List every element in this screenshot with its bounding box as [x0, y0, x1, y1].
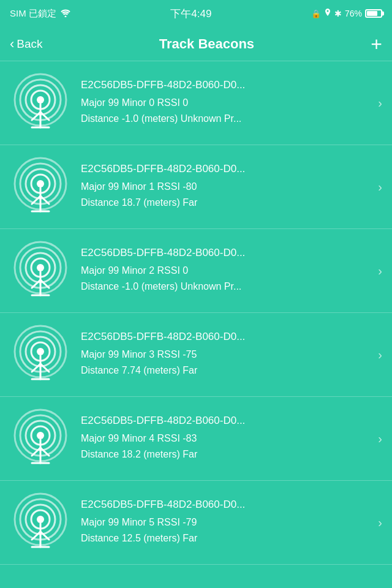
beacon-details-row1: Major 99 Minor 0 RSSI 0 [81, 95, 373, 111]
chevron-right-icon: › [378, 516, 382, 530]
beacon-icon [10, 72, 71, 134]
back-chevron-icon: ‹ [10, 36, 14, 52]
beacon-details-row1: Major 99 Minor 2 RSSI 0 [81, 263, 373, 279]
svg-point-0 [64, 15, 66, 17]
bluetooth-icon: ✱ [334, 9, 342, 18]
beacon-icon [10, 156, 71, 217]
beacon-details-row2: Distance -1.0 (meters) Unknown Pr... [81, 111, 373, 127]
back-button[interactable]: ‹ Back [10, 36, 43, 52]
beacon-list: E2C56DB5-DFFB-48D2-B060-D0...Major 99 Mi… [0, 61, 392, 588]
list-item[interactable]: E2C56DB5-DFFB-48D2-B060-D0...Major 99 Mi… [0, 481, 392, 565]
list-item[interactable]: E2C56DB5-DFFB-48D2-B060-D0...Major 99 Mi… [0, 397, 392, 481]
beacon-info: E2C56DB5-DFFB-48D2-B060-D0...Major 99 Mi… [81, 79, 373, 126]
beacon-icon [10, 240, 71, 301]
battery-icon [365, 9, 382, 18]
svg-point-32 [37, 348, 44, 355]
chevron-right-icon: › [378, 432, 382, 446]
wifi-icon [60, 9, 71, 19]
svg-point-14 [37, 180, 44, 187]
beacon-details-row2: Distance 12.5 (meters) Far [81, 530, 373, 546]
location-icon [324, 9, 331, 19]
status-left: SIM 已鎖定 [10, 8, 71, 20]
beacon-uuid: E2C56DB5-DFFB-48D2-B060-D0... [81, 247, 373, 259]
beacon-details-row2: Distance 7.74 (meters) Far [81, 363, 373, 379]
svg-point-5 [37, 96, 44, 104]
beacon-uuid: E2C56DB5-DFFB-48D2-B060-D0... [81, 331, 373, 343]
chevron-right-icon: › [378, 264, 382, 278]
beacon-details-row1: Major 99 Minor 5 RSSI -79 [81, 514, 373, 530]
status-bar: SIM 已鎖定 下午4:49 🔒 ✱ 76% [0, 0, 392, 27]
list-item[interactable]: E2C56DB5-DFFB-48D2-B060-D0...Major 99 Mi… [0, 229, 392, 313]
svg-point-41 [37, 432, 44, 439]
chevron-right-icon: › [378, 180, 382, 194]
beacon-details-row1: Major 99 Minor 1 RSSI -80 [81, 179, 373, 195]
svg-point-23 [37, 264, 44, 271]
nav-bar: ‹ Back Track Beacons + [0, 27, 392, 61]
beacon-info: E2C56DB5-DFFB-48D2-B060-D0...Major 99 Mi… [81, 415, 373, 462]
add-button[interactable]: + [371, 34, 382, 54]
list-item[interactable]: E2C56DB5-DFFB-48D2-B060-D0...Major 99 Mi… [0, 61, 392, 145]
chevron-right-icon: › [378, 348, 382, 362]
beacon-icon [10, 324, 71, 385]
status-time: 下午4:49 [170, 7, 211, 21]
svg-point-50 [37, 516, 44, 523]
beacon-details-row2: Distance -1.0 (meters) Unknown Pr... [81, 279, 373, 295]
beacon-uuid: E2C56DB5-DFFB-48D2-B060-D0... [81, 79, 373, 91]
back-label: Back [17, 37, 42, 51]
beacon-uuid: E2C56DB5-DFFB-48D2-B060-D0... [81, 163, 373, 175]
beacon-info: E2C56DB5-DFFB-48D2-B060-D0...Major 99 Mi… [81, 499, 373, 546]
beacon-uuid: E2C56DB5-DFFB-48D2-B060-D0... [81, 499, 373, 511]
chevron-right-icon: › [378, 96, 382, 110]
beacon-details-row2: Distance 18.7 (meters) Far [81, 195, 373, 211]
beacon-uuid: E2C56DB5-DFFB-48D2-B060-D0... [81, 415, 373, 427]
beacon-info: E2C56DB5-DFFB-48D2-B060-D0...Major 99 Mi… [81, 331, 373, 378]
carrier-label: SIM 已鎖定 [10, 8, 56, 20]
battery-percent: 76% [345, 9, 362, 18]
beacon-details-row1: Major 99 Minor 4 RSSI -83 [81, 431, 373, 447]
beacon-icon [10, 408, 71, 469]
lock-icon: 🔒 [311, 9, 321, 18]
beacon-info: E2C56DB5-DFFB-48D2-B060-D0...Major 99 Mi… [81, 247, 373, 294]
beacon-info: E2C56DB5-DFFB-48D2-B060-D0...Major 99 Mi… [81, 163, 373, 210]
list-item[interactable]: E2C56DB5-DFFB-48D2-B060-D0...Major 99 Mi… [0, 313, 392, 397]
beacon-details-row1: Major 99 Minor 3 RSSI -75 [81, 347, 373, 363]
status-right: 🔒 ✱ 76% [311, 9, 382, 19]
beacon-icon [10, 492, 71, 553]
beacon-details-row2: Distance 18.2 (meters) Far [81, 447, 373, 462]
page-title: Track Beacons [159, 36, 254, 52]
list-item[interactable]: E2C56DB5-DFFB-48D2-B060-D0...Major 99 Mi… [0, 145, 392, 229]
